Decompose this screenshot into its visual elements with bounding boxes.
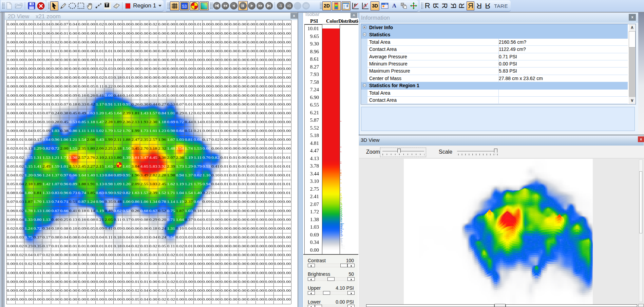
svg-text:53: 53 <box>182 4 187 8</box>
